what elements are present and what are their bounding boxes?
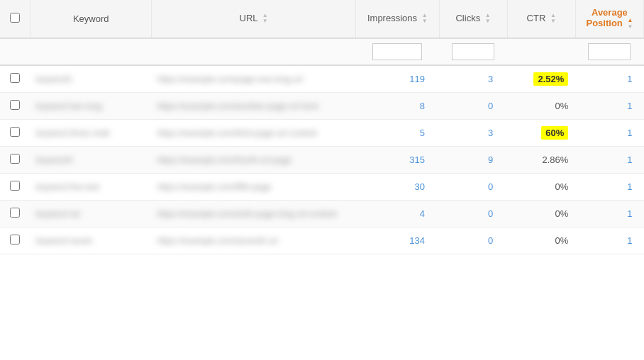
position-filter[interactable] (588, 43, 631, 60)
position-sort-icon[interactable]: ▲▼ (627, 18, 633, 30)
ctr-cell: 60% (507, 119, 575, 146)
keyword-cell: keyword three multi (30, 119, 152, 146)
impressions-cell: 119 (356, 65, 440, 93)
url-cell: https://example.com/sixth-page-long-url-… (152, 200, 356, 227)
select-all-header[interactable] (0, 0, 30, 38)
position-cell: 1 (575, 200, 643, 227)
impressions-filter[interactable] (372, 43, 422, 60)
url-cell: https://example.com/another-page-url-her… (152, 92, 356, 119)
row-checkbox[interactable] (10, 208, 20, 218)
clicks-header-label: Clicks (455, 13, 480, 23)
ctr-header-label: CTR (527, 13, 546, 23)
clicks-filter[interactable] (452, 43, 494, 60)
row-checkbox-cell (0, 92, 30, 119)
url-header[interactable]: URL ▲▼ (152, 0, 356, 38)
clicks-cell: 0 (439, 173, 507, 200)
clicks-header[interactable]: Clicks ▲▼ (439, 0, 507, 38)
impressions-cell: 134 (356, 227, 440, 254)
ctr-cell: 0% (507, 227, 575, 254)
impressions-header[interactable]: Impressions ▲▼ (356, 0, 440, 38)
position-cell: 1 (575, 92, 643, 119)
position-cell: 1 (575, 146, 643, 173)
url-sort-icon[interactable]: ▲▼ (262, 13, 268, 26)
position-cell: 1 (575, 227, 643, 254)
clicks-cell: 9 (439, 146, 507, 173)
ctr-header[interactable]: CTR ▲▼ (507, 0, 575, 38)
url-cell: https://example.com/third-page-url-conte… (152, 119, 356, 146)
impressions-cell: 8 (356, 92, 440, 119)
ctr-cell: 0% (507, 200, 575, 227)
clicks-sort-icon[interactable]: ▲▼ (485, 13, 491, 26)
impressions-header-label: Impressions (367, 13, 417, 23)
row-checkbox-cell (0, 119, 30, 146)
row-checkbox-cell (0, 146, 30, 173)
clicks-cell: 3 (439, 65, 507, 93)
clicks-cell: 3 (439, 119, 507, 146)
url-header-label: URL (240, 13, 258, 23)
keyword-cell: keyword five test (30, 173, 152, 200)
table-row: keyword1https://example.com/page-one-lon… (0, 65, 644, 93)
keyword-header: Keyword (30, 0, 152, 38)
keyword-table: Keyword URL ▲▼ Impressions ▲▼ Clicks (0, 0, 644, 254)
row-checkbox[interactable] (10, 154, 20, 164)
row-checkbox[interactable] (10, 100, 20, 110)
table-row: keyword two longhttps://example.com/anot… (0, 92, 644, 119)
position-header[interactable]: Average Position ▲▼ (575, 0, 643, 38)
keyword-cell: keyword six (30, 200, 152, 227)
impressions-sort-icon[interactable]: ▲▼ (422, 13, 428, 26)
table-row: keyword five testhttps://example.com/fif… (0, 173, 644, 200)
clicks-cell: 0 (439, 92, 507, 119)
url-cell: https://example.com/fourth-url-page (152, 146, 356, 173)
position-cell: 1 (575, 119, 643, 146)
position-header-label: Average Position (586, 7, 627, 28)
keyword-cell: keyword4 (30, 146, 152, 173)
url-cell: https://example.com/seventh-url (152, 227, 356, 254)
filter-row (0, 38, 644, 65)
row-checkbox-cell (0, 65, 30, 93)
clicks-cell: 0 (439, 200, 507, 227)
clicks-cell: 0 (439, 227, 507, 254)
impressions-cell: 315 (356, 146, 440, 173)
ctr-cell: 2.52% (507, 65, 575, 93)
impressions-cell: 30 (356, 173, 440, 200)
ctr-cell: 2.86% (507, 146, 575, 173)
row-checkbox-cell (0, 200, 30, 227)
url-cell: https://example.com/fifth-page (152, 173, 356, 200)
ctr-cell: 0% (507, 173, 575, 200)
impressions-cell: 4 (356, 200, 440, 227)
table-header-row: Keyword URL ▲▼ Impressions ▲▼ Clicks (0, 0, 644, 38)
impressions-cell: 5 (356, 119, 440, 146)
keyword-cell: keyword1 (30, 65, 152, 93)
keyword-cell: keyword two long (30, 92, 152, 119)
position-cell: 1 (575, 65, 643, 93)
table-row: keyword sixhttps://example.com/sixth-pag… (0, 200, 644, 227)
ctr-cell: 0% (507, 92, 575, 119)
keyword-cell: keyword seven (30, 227, 152, 254)
select-all-checkbox[interactable] (10, 13, 20, 23)
table-row: keyword4https://example.com/fourth-url-p… (0, 146, 644, 173)
table-row: keyword sevenhttps://example.com/seventh… (0, 227, 644, 254)
row-checkbox-cell (0, 173, 30, 200)
url-cell: https://example.com/page-one-long-url (152, 65, 356, 93)
keyword-header-label: Keyword (73, 13, 109, 24)
table-row: keyword three multihttps://example.com/t… (0, 119, 644, 146)
position-cell: 1 (575, 173, 643, 200)
table-body: keyword1https://example.com/page-one-lon… (0, 65, 644, 254)
row-checkbox-cell (0, 227, 30, 254)
row-checkbox[interactable] (10, 235, 20, 244)
row-checkbox[interactable] (10, 127, 20, 137)
ctr-sort-icon[interactable]: ▲▼ (550, 13, 556, 26)
row-checkbox[interactable] (10, 181, 20, 191)
row-checkbox[interactable] (10, 73, 20, 83)
